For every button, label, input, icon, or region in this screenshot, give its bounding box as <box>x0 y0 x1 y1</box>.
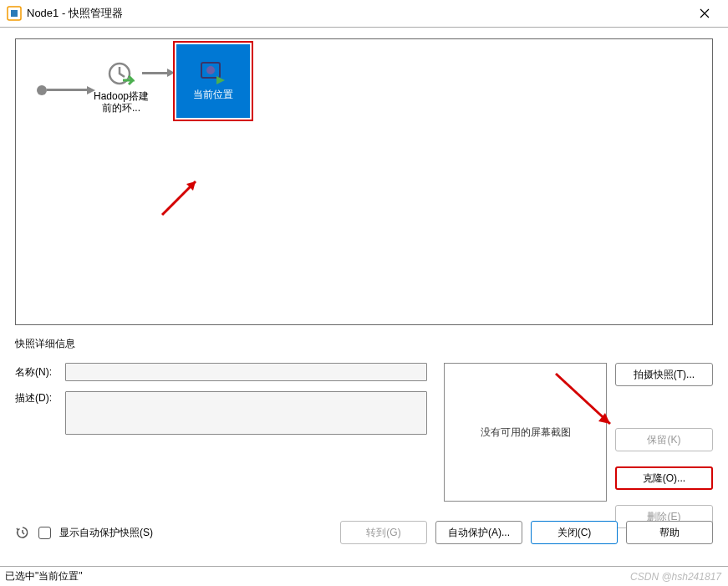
annotation-arrow-icon <box>552 369 619 436</box>
clock-icon <box>108 62 135 89</box>
timeline-connector <box>142 72 167 74</box>
snapshot-icon-wrap <box>108 62 135 89</box>
annotation-arrow-icon <box>158 169 208 219</box>
description-input[interactable] <box>65 391 427 435</box>
window-title: Node1 - 快照管理器 <box>27 6 688 21</box>
snapshot-label: Hadoop搭建前的环... <box>92 90 150 114</box>
name-label: 名称(N): <box>15 365 65 380</box>
take-snapshot-button[interactable]: 拍摄快照(T)... <box>615 363 713 386</box>
help-button[interactable]: 帮助 <box>626 521 713 544</box>
app-icon <box>7 6 22 21</box>
goto-button: 转到(G) <box>340 521 427 544</box>
timeline-connector <box>47 89 87 91</box>
status-bar: 已选中"当前位置" CSDN @hsh241817 <box>0 566 728 586</box>
svg-point-4 <box>206 66 215 74</box>
clone-button[interactable]: 克隆(O)... <box>615 466 713 490</box>
close-dialog-button[interactable]: 关闭(C) <box>531 521 618 544</box>
keep-button: 保留(K) <box>615 428 713 451</box>
watermark-text: CSDN @hsh241817 <box>630 571 721 583</box>
details-title: 快照详细信息 <box>15 337 713 351</box>
autoprotect-checkbox[interactable] <box>38 527 51 539</box>
close-button[interactable] <box>688 2 721 25</box>
close-icon <box>700 8 710 18</box>
autoprotect-button[interactable]: 自动保护(A)... <box>435 521 522 544</box>
timeline-start-dot <box>37 85 47 95</box>
name-input[interactable] <box>65 363 427 381</box>
bottom-bar: 显示自动保护快照(S) 转到(G) 自动保护(A)... 关闭(C) 帮助 <box>15 521 713 544</box>
status-text: 已选中"当前位置" <box>5 569 83 583</box>
current-position-node[interactable]: 当前位置 <box>176 44 250 118</box>
snapshot-node[interactable]: Hadoop搭建前的环... <box>92 62 150 114</box>
description-label: 描述(D): <box>15 391 65 405</box>
vm-icon <box>200 61 227 84</box>
title-bar: Node1 - 快照管理器 <box>0 0 728 28</box>
current-position-highlight: 当前位置 <box>173 41 253 121</box>
snapshot-timeline-panel: Hadoop搭建前的环... 当前位置 <box>15 38 713 325</box>
autoprotect-label: 显示自动保护快照(S) <box>59 526 332 540</box>
timeline: Hadoop搭建前的环... 当前位置 <box>37 54 691 121</box>
current-position-label: 当前位置 <box>193 88 233 102</box>
history-icon[interactable] <box>15 525 30 540</box>
svg-rect-1 <box>11 10 18 17</box>
